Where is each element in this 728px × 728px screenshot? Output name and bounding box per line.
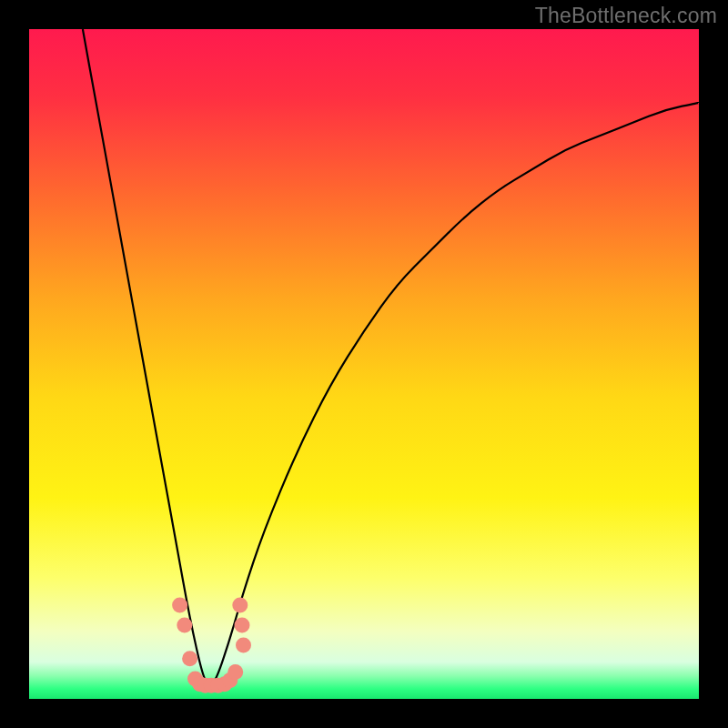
- marker-dot: [235, 618, 250, 633]
- watermark-label: TheBottleneck.com: [535, 4, 717, 28]
- marker-dot: [232, 598, 248, 613]
- bottleneck-chart: [29, 29, 699, 699]
- marker-dot: [236, 638, 251, 653]
- marker-dot: [182, 651, 197, 666]
- plot-area: [29, 29, 699, 699]
- chart-frame: TheBottleneck.com: [0, 0, 728, 728]
- gradient-background: [29, 29, 699, 699]
- marker-dot: [172, 598, 187, 613]
- marker-dot: [177, 618, 192, 633]
- marker-dot: [228, 664, 243, 680]
